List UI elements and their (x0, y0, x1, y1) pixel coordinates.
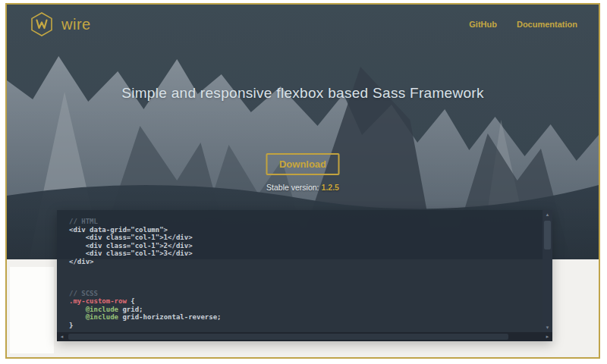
version-line: Stable version:1.2.5 (7, 183, 599, 192)
scss-include-keyword: @include (69, 313, 118, 321)
wire-hexagon-icon (30, 11, 54, 37)
hero-headline: Simple and responsive flexbox based Sass… (7, 85, 599, 102)
nav-github[interactable]: GitHub (469, 20, 497, 29)
code-line: @include grid; (69, 306, 143, 313)
scroll-right-icon[interactable]: ► (543, 332, 552, 341)
scss-include-arg: grid; (118, 306, 143, 313)
scroll-down-icon[interactable]: ▼ (543, 323, 552, 332)
code-line: <div data-grid="column"> (69, 226, 168, 234)
vertical-scrollbar-thumb[interactable] (544, 221, 551, 249)
version-label: Stable version: (266, 183, 319, 192)
version-number: 1.2.5 (322, 183, 339, 192)
scroll-up-icon[interactable]: ▲ (543, 210, 552, 219)
code-comment-html: // HTML (69, 218, 98, 225)
brand-logo[interactable]: wire (30, 11, 91, 37)
page-frame: wire GitHub Documentation Simple and res… (5, 3, 600, 359)
code-sample: // HTML <div data-grid="column"> <div cl… (57, 210, 552, 337)
horizontal-scrollbar-thumb[interactable] (68, 334, 508, 340)
scss-include-keyword: @include (69, 306, 118, 313)
screenshot-canvas: wire GitHub Documentation Simple and res… (0, 0, 607, 364)
code-line: .my-custom-row { (69, 297, 135, 305)
white-panel (10, 267, 54, 353)
code-sample-block: // HTML <div data-grid="column"> <div cl… (57, 210, 552, 341)
code-line: <div class="col-1">1</div> (69, 234, 193, 241)
code-line: } (69, 322, 73, 329)
code-line: @include grid-horizontal-reverse; (69, 313, 222, 321)
code-line: <div class="col-1">2</div> (69, 242, 193, 249)
horizontal-scrollbar[interactable]: ◄ ► (57, 332, 552, 341)
vertical-scrollbar[interactable]: ▲ ▼ (543, 210, 552, 332)
site-header: wire GitHub Documentation (7, 5, 599, 44)
nav-documentation[interactable]: Documentation (517, 20, 577, 29)
scroll-left-icon[interactable]: ◄ (57, 332, 67, 341)
main-nav: GitHub Documentation (469, 20, 577, 29)
scss-open-brace: { (127, 297, 135, 305)
scss-include-arg: grid-horizontal-reverse; (118, 313, 221, 321)
code-line: <div class="col-1">3</div> (69, 249, 193, 257)
scss-selector: .my-custom-row (69, 297, 127, 305)
code-line: </div> (69, 258, 94, 265)
download-button[interactable]: Download (266, 153, 340, 175)
code-comment-scss: // SCSS (69, 290, 98, 297)
brand-name: wire (61, 16, 91, 33)
